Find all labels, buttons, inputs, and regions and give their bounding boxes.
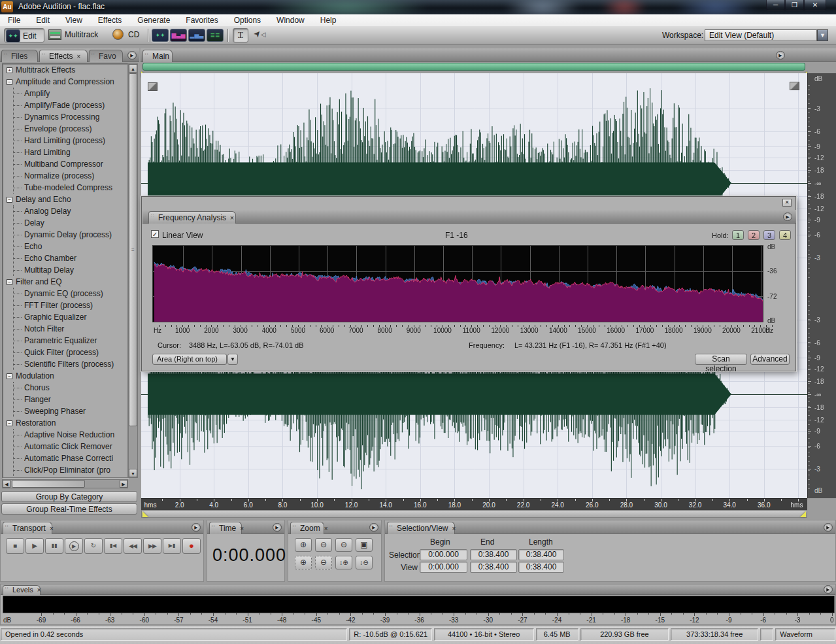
view-length-field[interactable]: 0:38.400 bbox=[518, 562, 564, 573]
zoom-in-vertical-button[interactable]: ↕⊕ bbox=[335, 556, 352, 569]
tree-category-delay-and-echo[interactable]: −Delay and Echo bbox=[3, 194, 127, 205]
tree-category-amplitude-and-compression[interactable]: −Amplitude and Compression bbox=[3, 76, 127, 88]
tree-category-modulation[interactable]: −Modulation bbox=[3, 370, 127, 382]
tab-frequency-analysis[interactable]: ∷Frequency Analysis× bbox=[148, 211, 236, 224]
phase-view-icon[interactable]: ≣≣ bbox=[207, 29, 224, 42]
tab-selection-view[interactable]: ∷Selection/View× bbox=[387, 522, 455, 534]
menu-edit[interactable]: Edit bbox=[28, 14, 58, 26]
tree-item-graphic-equalizer[interactable]: Graphic Equalizer bbox=[14, 311, 127, 323]
waveform-view-icon[interactable]: ✦✦ bbox=[152, 29, 169, 42]
tab-close-icon[interactable]: × bbox=[50, 525, 54, 532]
fast-forward-button[interactable]: ▶▶ bbox=[143, 538, 161, 554]
linear-view-checkbox[interactable]: ✓ bbox=[151, 230, 159, 238]
timeline-scroll-strip[interactable] bbox=[141, 510, 807, 518]
menu-window[interactable]: Window bbox=[269, 14, 312, 26]
zoom-in-left-edge-button[interactable]: ⊕ bbox=[295, 556, 312, 569]
panel-menu-icon[interactable]: ▶ bbox=[824, 523, 833, 532]
collapse-icon[interactable]: − bbox=[7, 79, 12, 85]
tree-item-multitap-delay[interactable]: Multitap Delay bbox=[14, 264, 127, 276]
tab-close-icon[interactable]: × bbox=[37, 586, 41, 594]
menu-effects[interactable]: Effects bbox=[90, 14, 129, 26]
tree-item-automatic-click-remover[interactable]: Automatic Click Remover bbox=[14, 441, 127, 452]
workspace-dropdown[interactable]: Edit View (Default) bbox=[705, 29, 817, 41]
play-from-cursor-button[interactable]: ▶ bbox=[65, 538, 83, 554]
view-begin-field[interactable]: 0:00.000 bbox=[420, 562, 467, 573]
selection-length-field[interactable]: 0:38.400 bbox=[518, 549, 564, 560]
tree-item-envelope-process-[interactable]: Envelope (process) bbox=[14, 123, 127, 135]
tree-item-amplify[interactable]: Amplify bbox=[14, 88, 127, 99]
amplitude-ruler[interactable]: dBdB-3-3-6-6-9-9-12-12-18-18-∞-3-3-6-6-9… bbox=[807, 73, 836, 498]
tree-item-normalize-process-[interactable]: Normalize (process) bbox=[14, 170, 127, 182]
hold-button-4[interactable]: 4 bbox=[779, 230, 791, 240]
tab-close-icon[interactable]: × bbox=[240, 525, 244, 532]
time-selection-tool-icon[interactable]: Ɪ bbox=[233, 28, 248, 42]
restore-button[interactable]: ❐ bbox=[785, 0, 804, 10]
view-end-field[interactable]: 0:38.400 bbox=[470, 562, 517, 573]
tree-item-amplify-fade-process-[interactable]: Amplify/Fade (process) bbox=[14, 99, 127, 111]
tree-item-notch-filter[interactable]: Notch Filter bbox=[14, 323, 127, 335]
tree-item-quick-filter-process-[interactable]: Quick Filter (process) bbox=[14, 347, 127, 358]
tree-item-sweeping-phaser[interactable]: Sweeping Phaser bbox=[14, 405, 127, 417]
spectral-view-icon[interactable]: ▆▃▅ bbox=[170, 29, 187, 42]
pause-button[interactable]: ▮▮ bbox=[45, 538, 63, 554]
panel-menu-icon[interactable]: ▶ bbox=[783, 212, 792, 221]
selection-begin-field[interactable]: 0:00.000 bbox=[420, 549, 467, 560]
tree-item-analog-delay[interactable]: Analog Delay bbox=[14, 205, 127, 217]
timeline-ruler[interactable]: hmshms2.04.06.08.010.012.014.016.018.020… bbox=[141, 498, 807, 510]
scan-selection-button[interactable]: Scan selection bbox=[695, 354, 747, 365]
selection-edge-marker[interactable] bbox=[800, 511, 806, 517]
panel-menu-icon[interactable]: ▶ bbox=[273, 523, 282, 532]
minimize-button[interactable]: ─ bbox=[766, 0, 785, 10]
scroll-up-icon[interactable]: ▲ bbox=[129, 64, 137, 73]
tree-item-scientific-filters-process-[interactable]: Scientific Filters (process) bbox=[14, 358, 127, 370]
panel-menu-icon[interactable]: ▶ bbox=[776, 51, 785, 59]
zoom-out-full-button[interactable]: ⊖ bbox=[335, 538, 352, 552]
zoom-out-horizontal-button[interactable]: ⊖ bbox=[315, 538, 332, 552]
hold-button-2[interactable]: 2 bbox=[748, 230, 760, 240]
tree-item-hard-limiting-process-[interactable]: Hard Limiting (process) bbox=[14, 135, 127, 146]
effects-tree[interactable]: +Multitrack Effects−Amplitude and Compre… bbox=[2, 63, 128, 478]
tree-item-dynamic-delay-process-[interactable]: Dynamic Delay (process) bbox=[14, 229, 127, 241]
scrub-tool-icon[interactable]: ➤◁ bbox=[254, 29, 273, 42]
dialog-close-icon[interactable]: ✕ bbox=[782, 199, 792, 207]
tree-item-parametric-equalizer[interactable]: Parametric Equalizer bbox=[14, 335, 127, 347]
panel-menu-icon[interactable]: ▶ bbox=[127, 51, 137, 59]
tree-item-fft-filter-process-[interactable]: FFT Filter (process) bbox=[14, 299, 127, 311]
menu-file[interactable]: File bbox=[0, 14, 28, 26]
play-button[interactable]: ▶ bbox=[25, 538, 44, 554]
tree-item-tube-modeled-compress[interactable]: Tube-modeled Compress bbox=[14, 182, 127, 194]
tree-item-flanger[interactable]: Flanger bbox=[14, 394, 127, 405]
tree-item-dynamic-eq-process-[interactable]: Dynamic EQ (process) bbox=[14, 288, 127, 299]
tree-item-echo[interactable]: Echo bbox=[14, 241, 127, 252]
tree-item-chorus[interactable]: Chorus bbox=[14, 382, 127, 394]
scroll-thumb[interactable] bbox=[12, 480, 85, 488]
loop-play-button[interactable]: ↻ bbox=[84, 538, 103, 554]
go-to-beginning-button[interactable]: ▮◀ bbox=[104, 538, 122, 554]
menu-options[interactable]: Options bbox=[226, 14, 269, 26]
group-by-category-button[interactable]: Group By Category bbox=[1, 491, 137, 502]
frequency-canvas[interactable] bbox=[153, 246, 763, 322]
advanced-button[interactable]: Advanced bbox=[750, 354, 790, 365]
tab-favorites[interactable]: ∷Favo bbox=[89, 50, 123, 62]
zoom-out-vertical-button[interactable]: ↕⊖ bbox=[356, 556, 373, 569]
scroll-right-icon[interactable]: ▶ bbox=[120, 480, 127, 488]
multitrack-view-button[interactable]: Multitrack bbox=[48, 29, 110, 43]
zoom-in-right-edge-button[interactable]: ⊖ bbox=[315, 556, 332, 569]
effects-vscrollbar[interactable]: ▲ ≡ ▼ bbox=[128, 63, 138, 478]
spectral-pan-view-icon[interactable]: ▂▅▃ bbox=[188, 29, 205, 42]
level-meter[interactable] bbox=[3, 596, 835, 613]
hold-button-1[interactable]: 1 bbox=[732, 230, 744, 240]
group-realtime-effects-button[interactable]: Group Real-Time Effects bbox=[1, 503, 137, 515]
stop-button[interactable]: ■ bbox=[6, 538, 24, 554]
zoom-in-horizontal-button[interactable]: ⊕ bbox=[295, 538, 312, 552]
tree-item-dynamics-processing[interactable]: Dynamics Processing bbox=[14, 111, 127, 123]
collapse-icon[interactable]: − bbox=[7, 420, 12, 426]
panel-menu-icon[interactable]: ▶ bbox=[824, 585, 833, 594]
area-dropdown-arrow-icon[interactable]: ▼ bbox=[227, 354, 238, 365]
collapse-icon[interactable]: − bbox=[7, 279, 12, 285]
hold-button-3[interactable]: 3 bbox=[763, 230, 775, 240]
tab-main[interactable]: ∷Main bbox=[142, 50, 173, 62]
selection-edge-marker[interactable] bbox=[142, 511, 148, 517]
effects-hscrollbar[interactable]: ◀ ▶ bbox=[2, 479, 128, 488]
tab-levels[interactable]: ∷Levels× bbox=[3, 585, 41, 595]
